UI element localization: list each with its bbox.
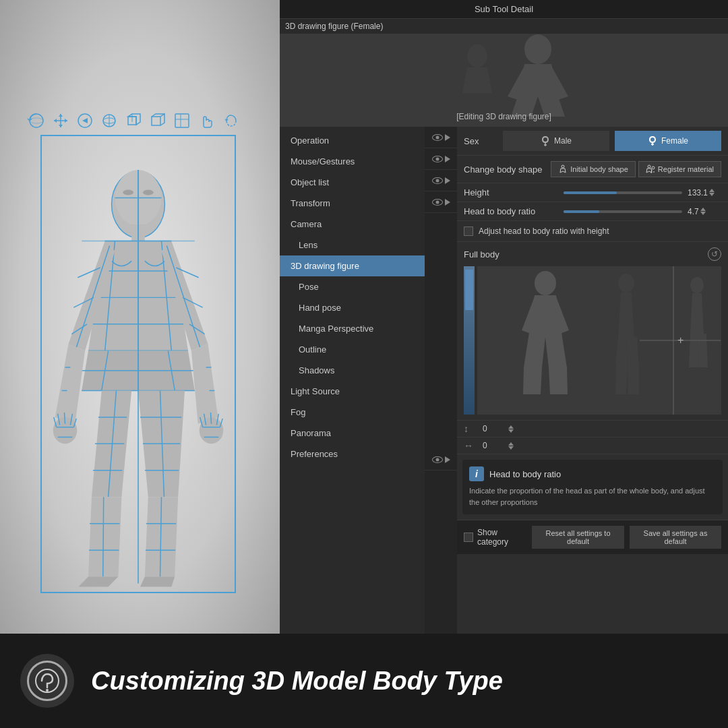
coord-v-down[interactable]: [508, 429, 514, 433]
menu-item-panorama[interactable]: Panorama: [280, 423, 425, 444]
body-selector: Full body ↺: [457, 242, 728, 421]
arrow-icon-1: [445, 134, 450, 141]
change-body-shape-label: Change body shape: [464, 164, 542, 175]
height-up-arrow[interactable]: [709, 189, 715, 192]
sphere-icon[interactable]: [100, 111, 119, 130]
initial-body-shape-button[interactable]: Initial body shape: [551, 161, 636, 177]
coord-v-up[interactable]: [508, 425, 514, 429]
menu-item-preferences[interactable]: Preferences: [280, 444, 425, 464]
cube-icon[interactable]: [124, 111, 143, 130]
head-body-value: 4.7: [688, 207, 721, 216]
show-category[interactable]: Show category: [464, 528, 521, 547]
preview-figure-svg: [437, 29, 572, 117]
svg-point-80: [46, 689, 49, 692]
reset-icon[interactable]: ↺: [708, 247, 721, 261]
head-body-row: Head to body ratio 4.7: [457, 202, 728, 221]
adjust-checkbox[interactable]: [464, 226, 473, 236]
reset-all-button[interactable]: Reset all settings to default: [532, 526, 624, 549]
horizontal-arrow-icon: ↔: [464, 440, 477, 451]
coord-h-value: 0: [483, 441, 503, 450]
hand-icon[interactable]: [197, 111, 216, 130]
coord-v-spinner[interactable]: [508, 425, 514, 433]
loop-icon[interactable]: [221, 111, 240, 130]
menu-item-camera[interactable]: Camera: [280, 214, 425, 235]
svg-rect-10: [175, 114, 189, 127]
back-icon[interactable]: [75, 111, 94, 130]
menu-item-manga-perspective[interactable]: Manga Perspective: [280, 318, 425, 339]
svg-point-70: [562, 165, 564, 168]
head-body-down-arrow[interactable]: [700, 212, 706, 215]
menu-item-fog[interactable]: Fog: [280, 402, 425, 423]
rotate-icon[interactable]: [27, 111, 46, 130]
eye-row-3[interactable]: [425, 170, 457, 191]
sex-label: Sex: [464, 136, 497, 146]
height-spinner[interactable]: [709, 189, 715, 196]
info-title: Head to body ratio: [489, 469, 561, 479]
menu-item-transform[interactable]: Transform: [280, 193, 425, 214]
head-body-label: Head to body ratio: [464, 206, 558, 216]
height-down-arrow[interactable]: [709, 193, 715, 196]
cube-open-icon[interactable]: [148, 111, 167, 130]
eye-icon-3: [432, 177, 443, 184]
move-icon[interactable]: [51, 111, 70, 130]
eye-icon-2: [432, 156, 443, 162]
svg-point-79: [36, 669, 59, 692]
bottom-bar: Customizing 3D Model Body Type: [0, 634, 728, 728]
vertical-arrow-icon: ↕: [464, 423, 477, 434]
sex-male-button[interactable]: Male: [503, 131, 609, 151]
menu-item-object-list[interactable]: Object list: [280, 172, 425, 193]
info-icon: i: [469, 466, 484, 481]
figure-svg: [42, 136, 235, 592]
menu-item-outline[interactable]: Outline: [280, 339, 425, 360]
save-all-button[interactable]: Save all settings as default: [630, 526, 721, 549]
head-body-slider[interactable]: [564, 210, 682, 213]
height-slider[interactable]: [564, 191, 682, 194]
body-canvas: +: [464, 266, 721, 415]
eye-row-5[interactable]: [425, 449, 457, 471]
show-category-label: Show category: [477, 528, 521, 547]
coord-h-down[interactable]: [508, 446, 514, 450]
info-header: i Head to body ratio: [469, 466, 716, 481]
head-body-up-arrow[interactable]: [700, 208, 706, 211]
adjust-checkbox-row[interactable]: Adjust head to body ratio with height: [457, 221, 728, 242]
eye-row-1[interactable]: [425, 127, 457, 148]
adjust-label: Adjust head to body ratio with height: [479, 226, 609, 236]
coord-h-spinner[interactable]: [508, 442, 514, 450]
menu-item-lens[interactable]: Lens: [280, 235, 425, 255]
svg-rect-9: [152, 117, 160, 125]
menu-item-hand-pose[interactable]: Hand pose: [280, 297, 425, 318]
menu-item-light-source[interactable]: Light Source: [280, 381, 425, 402]
main-container: Sub Tool Detail 3D drawing figure (Femal…: [0, 0, 728, 728]
menu-item-shadows[interactable]: Shadows: [280, 360, 425, 381]
menu-item-operation[interactable]: Operation: [280, 130, 425, 151]
menu-item-pose[interactable]: Pose: [280, 276, 425, 297]
vert-strip: [464, 266, 475, 415]
male-icon: [541, 135, 550, 147]
menu-item-mouse[interactable]: Mouse/Gestures: [280, 151, 425, 172]
logo-svg: [34, 667, 61, 694]
body-icon: [558, 164, 568, 174]
eye-icon-5: [432, 456, 443, 463]
svg-line-42: [103, 497, 104, 576]
female-label: Female: [661, 136, 688, 146]
two-pane: Operation Mouse/Gestures Object list Tra…: [280, 127, 728, 634]
head-body-spinner[interactable]: [700, 208, 706, 215]
sidebar-menu: Operation Mouse/Gestures Object list Tra…: [280, 127, 425, 634]
coord-h-up[interactable]: [508, 442, 514, 446]
height-row: Height 133.1: [457, 183, 728, 202]
transform-icon[interactable]: [173, 111, 191, 130]
sex-female-button[interactable]: Female: [615, 131, 721, 151]
svg-point-67: [467, 44, 487, 67]
eye-row-4[interactable]: [425, 191, 457, 213]
eye-icon-1: [432, 134, 443, 141]
right-panel: Sub Tool Detail 3D drawing figure (Femal…: [280, 0, 728, 634]
eye-row-2[interactable]: [425, 148, 457, 170]
arrow-icon-5: [445, 456, 450, 463]
show-category-checkbox[interactable]: [464, 533, 473, 542]
female-icon: [648, 135, 657, 147]
initial-body-label: Initial body shape: [570, 165, 628, 173]
menu-item-3d-figure[interactable]: 3D drawing figure: [280, 255, 425, 276]
svg-point-66: [524, 34, 551, 64]
register-material-button[interactable]: Register material: [638, 161, 721, 177]
body-main-view[interactable]: +: [477, 266, 721, 415]
